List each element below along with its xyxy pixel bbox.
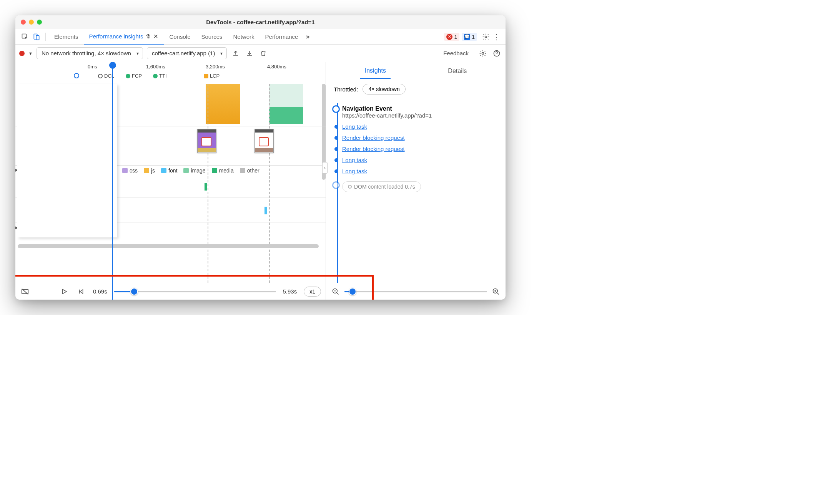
ruler-tick: 0ms: [88, 64, 97, 70]
replay-start-time: 0.69s: [93, 288, 107, 295]
replay-controls: 0.69s 5.93s x1: [15, 283, 326, 300]
window-titlebar: DevTools - coffee-cart.netlify.app/?ad=1: [15, 15, 506, 29]
marker-lcp[interactable]: LCP: [204, 73, 220, 79]
session-value: coffee-cart.netlify.app (1): [152, 50, 215, 56]
experiment-icon: ⚗: [145, 33, 150, 40]
marker-line: [269, 84, 270, 283]
zoom-out-button[interactable]: [331, 287, 341, 297]
frame-block[interactable]: [269, 107, 303, 124]
message-icon: 💬: [464, 34, 470, 40]
help-icon[interactable]: [492, 48, 502, 58]
throttling-value: No network throttling, 4× slowdown: [42, 50, 131, 56]
tab-insights[interactable]: Insights: [360, 63, 391, 79]
zoom-window-button[interactable]: [37, 20, 42, 25]
tab-performance[interactable]: Performance: [260, 29, 304, 45]
horizontal-scrollbar[interactable]: [18, 244, 319, 248]
marker-fcp[interactable]: FCP: [126, 73, 142, 79]
timing-markers-row: DCL FCP TTI LCP: [15, 73, 326, 84]
request-bar[interactable]: [205, 183, 207, 191]
rewind-button[interactable]: [76, 287, 86, 297]
ruler-tick: 1,600ms: [146, 64, 165, 70]
panel-settings-icon[interactable]: [478, 48, 488, 58]
marker-line: [208, 84, 208, 283]
svg-point-4: [482, 52, 484, 54]
tab-sources[interactable]: Sources: [196, 29, 228, 45]
timeline-panel: 0ms 1,600ms 3,200ms 4,800ms DCL FCP TTI …: [15, 62, 326, 300]
devtools-window: DevTools - coffee-cart.netlify.app/?ad=1…: [15, 15, 506, 300]
error-icon: ✕: [446, 34, 452, 40]
tree-line: [337, 103, 338, 283]
zoom-controls: [326, 283, 506, 300]
ruler-tick: 3,200ms: [206, 64, 225, 70]
screenshot-thumbnail[interactable]: [197, 129, 216, 153]
panel-body: 0ms 1,600ms 3,200ms 4,800ms DCL FCP TTI …: [15, 62, 506, 300]
playback-speed-button[interactable]: x1: [304, 287, 321, 297]
tab-elements[interactable]: Elements: [49, 29, 84, 45]
replay-end-time: 5.93s: [283, 288, 297, 295]
zoom-slider[interactable]: [344, 288, 487, 295]
insight-item[interactable]: Render blocking request: [342, 146, 499, 152]
zoom-in-button[interactable]: [491, 287, 501, 297]
insight-item[interactable]: Long task: [342, 157, 499, 163]
tab-network[interactable]: Network: [228, 29, 260, 45]
session-select[interactable]: coffee-cart.netlify.app (1): [147, 47, 227, 59]
import-icon[interactable]: [245, 48, 254, 58]
request-bar[interactable]: [264, 207, 267, 214]
network-legend: css js font image media other: [122, 167, 259, 174]
tab-console[interactable]: Console: [164, 29, 196, 45]
main-tabbar: Elements Performance insights ⚗ ✕ Consol…: [15, 29, 506, 45]
record-button[interactable]: [19, 51, 25, 56]
error-count-badge[interactable]: ✕ 1: [444, 33, 459, 41]
inspect-element-icon[interactable]: [19, 31, 31, 43]
node-title: Navigation Event: [342, 105, 499, 112]
playhead[interactable]: [112, 62, 113, 300]
feedback-link[interactable]: Feedback: [443, 50, 469, 56]
insight-item[interactable]: Render blocking request: [342, 134, 499, 141]
device-toolbar-icon[interactable]: [31, 31, 42, 43]
frame-block[interactable]: [206, 84, 240, 124]
insights-panel: › Insights Details Throttled: 4× slowdow…: [326, 62, 506, 300]
svg-point-3: [485, 36, 487, 38]
window-title: DevTools - coffee-cart.netlify.app/?ad=1: [15, 19, 506, 25]
insight-item[interactable]: Long task: [342, 123, 499, 130]
time-ruler[interactable]: 0ms 1,600ms 3,200ms 4,800ms: [15, 62, 326, 73]
more-tabs-button[interactable]: »: [303, 33, 312, 41]
throttle-value-pill[interactable]: 4× slowdown: [363, 84, 405, 94]
collapse-panel-button[interactable]: ›: [322, 162, 328, 174]
record-dropdown[interactable]: ▼: [28, 51, 33, 56]
filmstrip-placeholder: [17, 84, 117, 237]
node-url: https://coffee-cart.netlify.app/?ad=1: [342, 112, 499, 119]
divider: [45, 33, 46, 41]
throttle-status: Throttled: 4× slowdown: [326, 80, 506, 98]
marker-dcl[interactable]: DCL: [98, 73, 114, 79]
navigation-event-node[interactable]: Navigation Event https://coffee-cart.net…: [342, 105, 499, 119]
play-button[interactable]: [59, 287, 69, 297]
kebab-menu-icon[interactable]: ⋮: [491, 32, 502, 41]
delete-icon[interactable]: [258, 48, 268, 58]
tab-label: Performance insights: [89, 33, 143, 40]
insights-tree: Navigation Event https://coffee-cart.net…: [326, 98, 506, 283]
marker-tti[interactable]: TTI: [153, 73, 167, 79]
insight-item[interactable]: Long task: [342, 168, 499, 174]
close-window-button[interactable]: [21, 20, 26, 25]
export-icon[interactable]: [231, 48, 241, 58]
replay-slider[interactable]: [114, 288, 276, 295]
minimize-window-button[interactable]: [29, 20, 34, 25]
error-count: 1: [454, 34, 457, 40]
screenshot-thumbnail[interactable]: [254, 129, 274, 153]
timeline-lanes[interactable]: ▶ css js font image media other ▶: [15, 84, 326, 283]
traffic-lights: [21, 20, 42, 25]
tab-performance-insights[interactable]: Performance insights ⚗ ✕: [84, 29, 164, 45]
dcl-node[interactable]: DOM content loaded 0.7s: [342, 181, 499, 192]
throttling-select[interactable]: No network throttling, 4× slowdown: [37, 47, 143, 59]
message-count: 1: [472, 34, 475, 40]
close-tab-icon[interactable]: ✕: [153, 33, 158, 40]
tab-details[interactable]: Details: [443, 64, 471, 78]
marker: [74, 73, 79, 78]
toggle-visibility-icon[interactable]: [20, 287, 30, 297]
throttle-label: Throttled:: [334, 86, 358, 93]
svg-rect-2: [36, 35, 39, 40]
recording-toolbar: ▼ No network throttling, 4× slowdown cof…: [15, 45, 506, 62]
message-count-badge[interactable]: 💬 1: [462, 33, 477, 41]
settings-icon[interactable]: [481, 32, 491, 42]
